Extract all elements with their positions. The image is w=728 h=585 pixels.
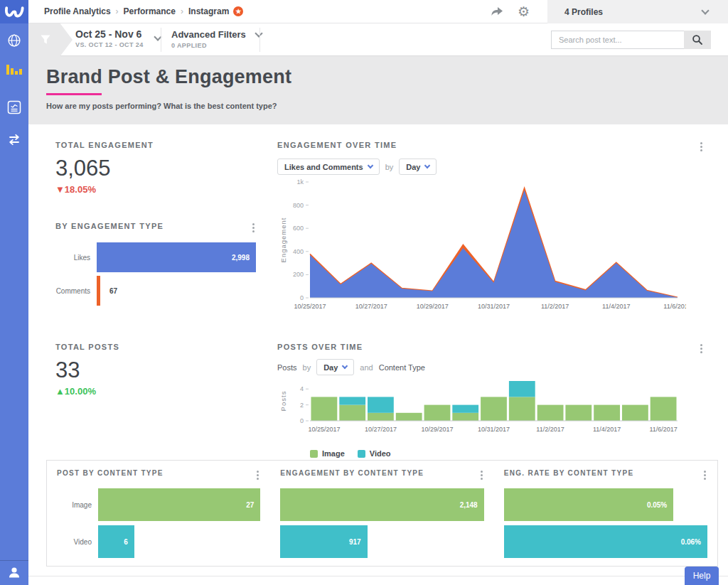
metric-select[interactable]: Likes and Comments [277,159,380,175]
kebab-menu-icon[interactable] [699,343,704,355]
posts-bar-chart-container: 02410/25/201710/27/201710/29/201710/31/2… [277,378,707,446]
filter-funnel-tab[interactable] [28,23,73,56]
interval-select[interactable]: Day [316,359,354,375]
breadcrumb-profile-analytics[interactable]: Profile Analytics [44,6,111,16]
content-type-label: Content Type [379,363,425,372]
gear-icon[interactable]: ⚙ [518,5,530,18]
globe-icon [6,33,22,48]
svg-text:1k: 1k [296,178,304,186]
by-label: by [385,163,394,171]
breadcrumb-instagram[interactable]: Instagram [188,6,229,16]
bar-video: 0.06% [504,525,707,558]
svg-text:400: 400 [293,248,304,255]
svg-text:11/6/2017: 11/6/2017 [649,426,677,433]
total-posts-value: 33 [55,358,119,383]
posts-over-time-label: POSTS OVER TIME [277,343,363,351]
svg-text:10/31/2017: 10/31/2017 [478,426,510,433]
chevron-down-icon [367,162,373,168]
advanced-filters-label: Advanced Filters [171,29,246,40]
kebab-menu-icon[interactable] [702,469,707,481]
help-button[interactable]: Help [685,567,719,585]
eng-rate-by-content-type-section: ENG. RATE BY CONTENT TYPE 0.05%0.06% [494,461,717,566]
page-header: Brand Post & Engagement How are my posts… [28,56,728,124]
svg-text:11/2/2017: 11/2/2017 [536,426,564,433]
svg-text:0: 0 [300,294,304,301]
bar-value-label: 0.06% [681,538,707,546]
svg-text:11/6/2017: 11/6/2017 [663,303,686,310]
bar-value-label: 27 [246,501,260,509]
chevron-down-icon [342,363,348,368]
bar-image: 27 [98,488,260,521]
engagement-by-content-type-section: ENGAGEMENT BY CONTENT TYPE 2,148917 [270,461,493,566]
total-engagement-metric: TOTAL ENGAGEMENT 3,065 ▼18.05% [55,141,154,195]
bar-row-image: 0.05% [504,488,707,521]
total-engagement-delta: ▼18.05% [55,184,154,195]
search-input[interactable] [551,31,684,49]
engagement-over-time-label: ENGAGEMENT OVER TIME [277,141,397,149]
sidebar-item-account[interactable] [0,560,28,585]
filter-bar: Oct 25 - Nov 6 VS. OCT 12 - OCT 24 Advan… [28,23,728,56]
page-subtitle: How are my posts performing? What is the… [46,102,728,110]
total-engagement-label: TOTAL ENGAGEMENT [55,141,154,149]
interval-select[interactable]: Day [399,159,437,175]
advanced-filters-selector[interactable]: Advanced Filters 0 APPLIED [171,29,262,49]
bar-category-label: Image [57,501,98,509]
bar-value-label: 2,148 [460,501,484,509]
interval-select-value: Day [323,363,338,372]
sidebar-item-analytics-active[interactable] [0,55,28,83]
legend-image[interactable]: Image [310,449,345,458]
filters-applied-count: 0 APPLIED [171,42,262,49]
bar-value-label: 6 [124,538,134,546]
breadcrumb-performance[interactable]: Performance [124,6,176,16]
svg-text:11/2/2017: 11/2/2017 [541,303,569,310]
svg-text:10/25/2017: 10/25/2017 [294,303,326,310]
post-by-content-type-label: POST BY CONTENT TYPE [57,469,164,477]
bar-row-likes: Likes2,998 [55,242,256,272]
bar-image: 0.05% [504,488,674,521]
sidebar-item-global[interactable] [0,26,28,55]
bar-category-label: Likes [55,254,97,262]
date-range-selector[interactable]: Oct 25 - Nov 6 VS. OCT 12 - OCT 24 [75,28,161,48]
svg-text:10/27/2017: 10/27/2017 [355,303,387,310]
date-compare-label: VS. OCT 12 - OCT 24 [75,41,144,48]
legend-video[interactable]: Video [358,449,391,458]
chevron-down-icon [255,29,262,37]
sidebar-item-reports[interactable] [0,93,28,122]
bar-value-label: 917 [349,538,368,546]
total-engagement-value: 3,065 [55,156,154,181]
svg-text:10/29/2017: 10/29/2017 [417,303,449,310]
svg-text:10/31/2017: 10/31/2017 [478,303,510,310]
transfer-arrows-icon [6,132,22,147]
eng-rate-by-content-type-label: ENG. RATE BY CONTENT TYPE [504,469,634,477]
total-posts-label: TOTAL POSTS [55,343,119,351]
post-by-content-type-section: POST BY CONTENT TYPE Image27Video6 [47,461,270,566]
bar-video: 6 [98,525,134,558]
bar-video: 917 [280,525,367,558]
share-icon[interactable] [489,4,503,18]
bar-row-video: 0.06% [504,525,707,558]
metric-select-value: Likes and Comments [284,163,363,171]
posts-over-time-section: POSTS OVER TIME Posts by Day and Content… [277,343,707,458]
bar-value-label: 2,998 [232,254,256,262]
kebab-menu-icon[interactable] [479,469,484,481]
engagement-by-content-type-label: ENGAGEMENT BY CONTENT TYPE [280,469,424,477]
legend-swatch [358,450,365,458]
bar-row-video: Video6 [57,525,260,558]
svg-text:Posts: Posts [279,391,287,412]
search-button[interactable] [684,31,711,49]
top-bar: Profile Analytics › Performance › Instag… [28,0,728,23]
svg-text:11/4/2017: 11/4/2017 [593,426,621,433]
svg-text:200: 200 [293,271,304,278]
posts-stacked-bar-chart: 02410/25/201710/27/201710/29/201710/31/2… [277,378,686,444]
bar-category-label: Video [57,538,98,546]
interval-select-value: Day [406,163,420,171]
posts-chart-legend: ImageVideo [310,449,707,458]
kebab-menu-icon[interactable] [255,469,260,481]
bar-row-image: Image27 [57,488,260,521]
sidebar-item-transfer[interactable] [0,125,28,154]
kebab-menu-icon[interactable] [251,222,256,234]
svg-text:800: 800 [293,202,304,209]
app-logo[interactable] [0,0,28,23]
profiles-selector[interactable]: 4 Profiles [547,0,728,23]
kebab-menu-icon[interactable] [699,141,704,153]
